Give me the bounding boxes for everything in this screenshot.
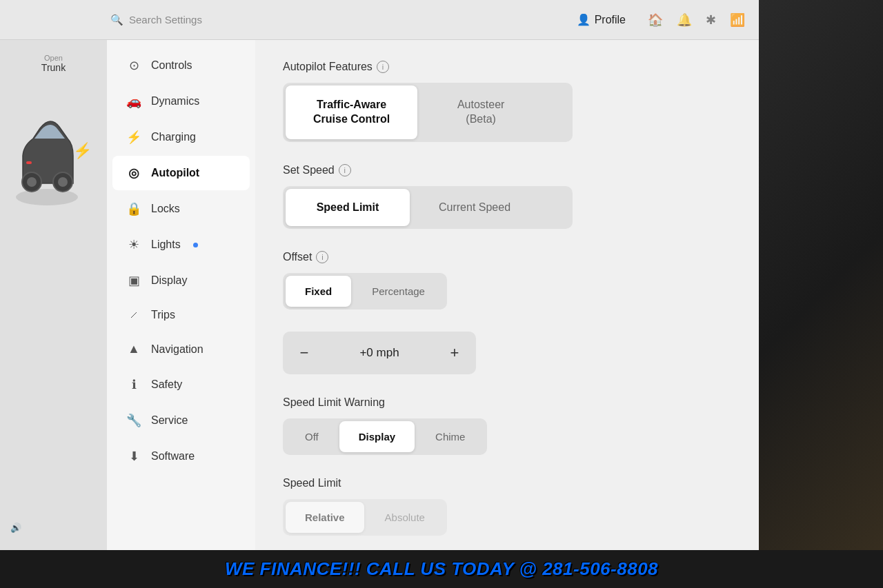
sidebar-item-trips[interactable]: ⟋ Trips <box>112 299 250 331</box>
autosteer-button[interactable]: Autosteer(Beta) <box>419 85 543 139</box>
home-icon[interactable]: 🏠 <box>648 12 663 28</box>
sidebar-label-charging: Charging <box>151 131 196 143</box>
svg-point-4 <box>58 177 68 187</box>
charging-icon: ⚡ <box>126 130 141 145</box>
sidebar-label-dynamics: Dynamics <box>151 95 199 108</box>
sidebar-label-trips: Trips <box>151 309 175 321</box>
fixed-button[interactable]: Fixed <box>286 276 351 307</box>
service-icon: 🔧 <box>126 413 141 428</box>
sidebar-label-navigation: Navigation <box>151 343 204 356</box>
lights-icon: ☀ <box>126 237 141 252</box>
header-bar: 🔍 Search Settings 👤 Profile 🏠 🔔 ✱ 📶 <box>0 0 759 40</box>
offset-stepper-section: − +0 mph + <box>283 332 731 374</box>
autopilot-features-title: Autopilot Features i <box>283 61 731 73</box>
car-image: ⚡ <box>12 87 95 225</box>
minus-icon: − <box>300 344 309 362</box>
speed-limit-title: Speed Limit <box>283 477 731 489</box>
speed-stepper: − +0 mph + <box>283 332 476 374</box>
sidebar-item-navigation[interactable]: ▲ Navigation <box>112 332 250 366</box>
autopilot-features-info-icon[interactable]: i <box>377 61 389 73</box>
autopilot-icon: ◎ <box>126 165 141 181</box>
lights-dot <box>193 243 198 247</box>
absolute-button[interactable]: Absolute <box>366 502 444 533</box>
sidebar-label-autopilot: Autopilot <box>151 167 199 179</box>
svg-rect-5 <box>26 161 32 164</box>
set-speed-title: Set Speed i <box>283 164 731 176</box>
display-icon: ▣ <box>126 273 141 288</box>
speed-limit-section: Speed Limit Relative Absolute <box>283 477 731 536</box>
search-placeholder: Search Settings <box>129 14 202 26</box>
sidebar-item-dynamics[interactable]: 🚗 Dynamics <box>112 84 250 119</box>
set-speed-info-icon[interactable]: i <box>339 164 351 176</box>
autopilot-features-section: Autopilot Features i Traffic-AwareCruise… <box>283 61 731 142</box>
sidebar-label-controls: Controls <box>151 59 192 72</box>
trunk-label: Trunk <box>41 62 66 73</box>
software-icon: ⬇ <box>126 449 141 464</box>
bell-icon[interactable]: 🔔 <box>677 12 692 28</box>
sidebar-item-safety[interactable]: ℹ Safety <box>112 367 250 402</box>
main-content: Autopilot Features i Traffic-AwareCruise… <box>255 40 759 588</box>
safety-icon: ℹ <box>126 377 141 392</box>
decrement-button[interactable]: − <box>286 334 323 372</box>
speed-limit-warning-toggle: Off Display Chime <box>283 418 487 455</box>
offset-info-icon[interactable]: i <box>316 251 328 263</box>
locks-icon: 🔒 <box>126 201 141 216</box>
navigation-icon: ▲ <box>126 342 141 356</box>
percentage-button[interactable]: Percentage <box>353 276 444 307</box>
charging-lightning-icon: ⚡ <box>73 142 92 160</box>
autopilot-features-toggle: Traffic-AwareCruise Control Autosteer(Be… <box>283 83 573 142</box>
sidebar-item-locks[interactable]: 🔒 Locks <box>112 192 250 226</box>
speed-limit-toggle: Relative Absolute <box>283 499 447 536</box>
off-button[interactable]: Off <box>286 421 338 452</box>
trips-icon: ⟋ <box>126 309 141 321</box>
plus-icon: + <box>450 344 459 362</box>
sidebar-label-software: Software <box>151 450 195 463</box>
media-icon[interactable]: 🔊 <box>10 523 21 533</box>
trunk-button[interactable]: Open Trunk <box>41 54 66 73</box>
sidebar-label-locks: Locks <box>151 203 180 215</box>
display-button[interactable]: Display <box>339 421 415 452</box>
increment-button[interactable]: + <box>436 334 473 372</box>
sidebar-item-lights[interactable]: ☀ Lights <box>112 227 250 262</box>
offset-section: Offset i Fixed Percentage <box>283 251 731 310</box>
bottom-banner-text: WE FINANCE!!! CALL US TODAY @ 281-506-88… <box>225 558 658 580</box>
set-speed-toggle: Speed Limit Current Speed <box>283 186 573 229</box>
profile-icon: 👤 <box>577 13 591 26</box>
bluetooth-icon[interactable]: ✱ <box>706 12 716 28</box>
car-panel: Open Trunk ⚡ 🔊 <box>0 40 107 588</box>
search-area[interactable]: 🔍 Search Settings <box>110 14 202 26</box>
speed-limit-warning-section: Speed Limit Warning Off Display Chime <box>283 396 731 455</box>
dynamics-icon: 🚗 <box>126 94 141 109</box>
sidebar-item-service[interactable]: 🔧 Service <box>112 403 250 438</box>
sidebar-item-display[interactable]: ▣ Display <box>112 263 250 298</box>
profile-label: Profile <box>595 14 626 26</box>
speed-limit-button[interactable]: Speed Limit <box>286 189 410 226</box>
speed-limit-warning-title: Speed Limit Warning <box>283 396 731 409</box>
sidebar-label-safety: Safety <box>151 378 182 391</box>
sidebar-label-display: Display <box>151 274 187 287</box>
wifi-icon[interactable]: 📶 <box>730 12 745 28</box>
header-icons: 👤 Profile 🏠 🔔 ✱ 📶 <box>568 9 745 30</box>
sidebar-item-controls[interactable]: ⊙ Controls <box>112 48 250 83</box>
bottom-banner: WE FINANCE!!! CALL US TODAY @ 281-506-88… <box>0 550 883 588</box>
open-label: Open <box>41 54 66 62</box>
offset-toggle: Fixed Percentage <box>283 273 447 310</box>
stepper-value: +0 mph <box>359 346 399 360</box>
current-speed-button[interactable]: Current Speed <box>411 189 538 226</box>
sidebar-label-lights: Lights <box>151 239 181 251</box>
sidebar-item-autopilot[interactable]: ◎ Autopilot <box>112 156 250 190</box>
search-icon: 🔍 <box>110 14 123 26</box>
nav-sidebar: ⊙ Controls 🚗 Dynamics ⚡ Charging ◎ Autop… <box>107 40 255 588</box>
sidebar-item-charging[interactable]: ⚡ Charging <box>112 120 250 154</box>
sidebar-label-service: Service <box>151 414 188 427</box>
tacc-button[interactable]: Traffic-AwareCruise Control <box>286 85 417 139</box>
sidebar-item-software[interactable]: ⬇ Software <box>112 439 250 474</box>
relative-button[interactable]: Relative <box>286 502 364 533</box>
set-speed-section: Set Speed i Speed Limit Current Speed <box>283 164 731 229</box>
controls-icon: ⊙ <box>126 58 141 73</box>
svg-point-0 <box>16 189 78 205</box>
profile-button[interactable]: 👤 Profile <box>568 9 634 30</box>
offset-title: Offset i <box>283 251 731 263</box>
svg-point-2 <box>27 177 37 187</box>
chime-button[interactable]: Chime <box>416 421 484 452</box>
